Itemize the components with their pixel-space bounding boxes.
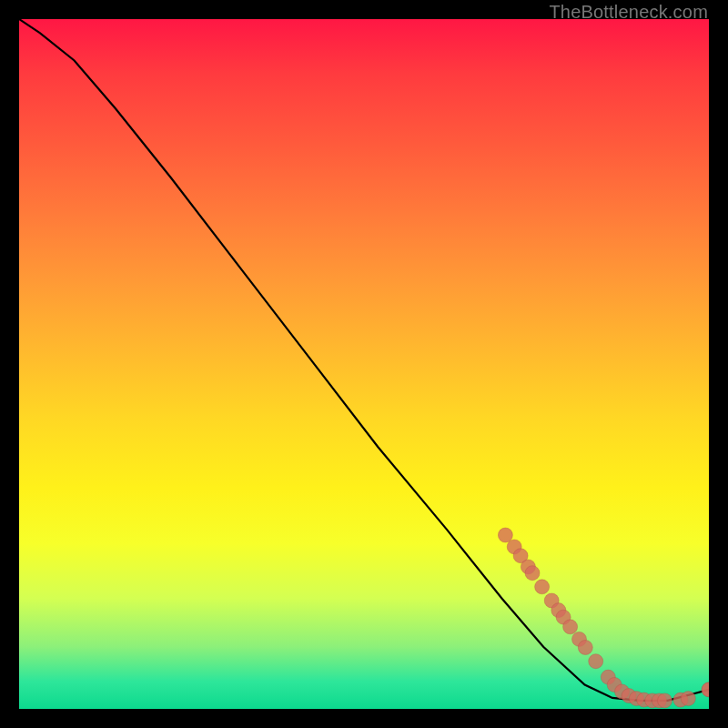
bottleneck-curve <box>19 19 709 701</box>
data-marker <box>563 620 578 634</box>
chart-stage: TheBottleneck.com <box>0 0 728 728</box>
data-marker-end <box>702 682 709 697</box>
data-marker <box>578 641 592 655</box>
data-marker <box>589 654 603 669</box>
data-marker <box>525 566 540 581</box>
plot-area <box>19 19 709 709</box>
data-marker <box>535 580 550 594</box>
data-marker <box>681 692 695 706</box>
watermark-text: TheBottleneck.com <box>549 2 708 23</box>
data-marker <box>658 693 672 708</box>
curve-markers <box>498 528 709 708</box>
data-marker <box>498 528 512 542</box>
chart-svg <box>19 19 709 709</box>
